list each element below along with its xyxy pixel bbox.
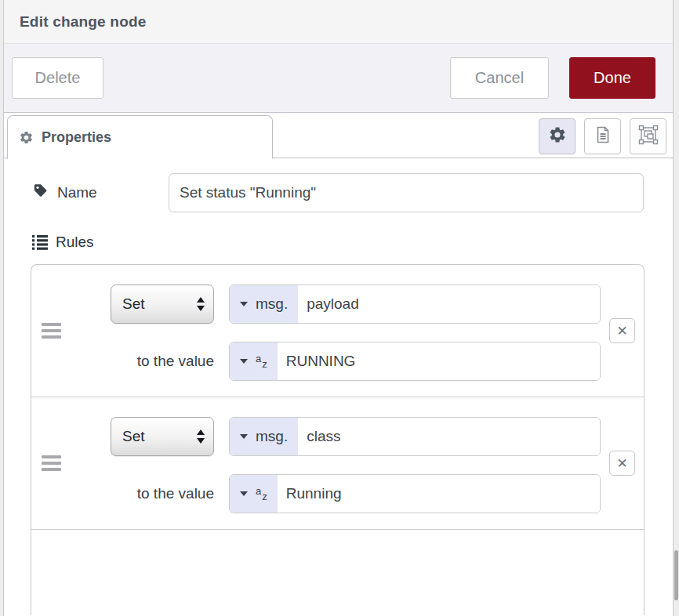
rule-item: Set msg. to the value az — [31, 265, 644, 397]
select-arrows-icon — [197, 297, 205, 311]
property-input[interactable] — [298, 418, 600, 455]
editor-icon-buttons — [539, 118, 666, 154]
tag-icon — [32, 183, 49, 203]
value-typed-input: az — [229, 474, 601, 513]
list-icon — [32, 235, 48, 250]
caret-down-icon — [240, 491, 248, 496]
string-type-icon: az — [256, 357, 267, 367]
property-typed-input: msg. — [229, 284, 601, 324]
close-icon: ✕ — [616, 323, 627, 339]
scrollbar-thumb[interactable] — [674, 550, 678, 600]
rule-action-value: Set — [122, 295, 145, 313]
caret-down-icon — [240, 302, 248, 306]
property-type-button[interactable]: msg. — [230, 418, 298, 455]
value-input[interactable] — [278, 342, 600, 380]
tab-properties-label: Properties — [42, 129, 111, 146]
editor-tab-row: Properties — [4, 113, 673, 158]
string-type-icon: az — [256, 489, 267, 499]
drag-handle[interactable] — [42, 452, 61, 474]
description-tab-button[interactable] — [584, 118, 621, 154]
done-button[interactable]: Done — [569, 57, 655, 99]
name-input[interactable] — [169, 173, 644, 212]
select-arrows-icon — [197, 429, 205, 444]
properties-tab-button[interactable] — [539, 118, 576, 154]
value-type-button[interactable]: az — [230, 475, 278, 513]
property-type-button[interactable]: msg. — [230, 285, 298, 323]
name-field-row: Name — [32, 173, 644, 212]
caret-down-icon — [240, 359, 248, 364]
rule-item: Set msg. to the value az — [31, 397, 644, 530]
property-input[interactable] — [298, 285, 600, 323]
to-value-label: to the value — [111, 353, 214, 370]
drag-handle[interactable] — [42, 320, 61, 342]
document-icon — [594, 125, 612, 147]
property-typed-input: msg. — [229, 417, 601, 456]
remove-rule-button[interactable]: ✕ — [609, 318, 635, 343]
delete-button[interactable]: Delete — [12, 57, 103, 99]
rule-value-row: to the value az — [111, 342, 644, 381]
edit-node-dialog: Edit change node Delete Cancel Done Prop… — [3, 0, 674, 616]
rules-section-label: Rules — [32, 234, 644, 251]
to-value-label: to the value — [111, 485, 214, 502]
appearance-tab-button[interactable] — [630, 118, 666, 154]
rule-property-row: Set msg. — [111, 284, 644, 324]
tab-properties[interactable]: Properties — [7, 115, 273, 159]
value-type-button[interactable]: az — [230, 342, 278, 380]
appearance-icon — [638, 125, 659, 148]
property-prefix: msg. — [256, 428, 288, 445]
rules-list: Set msg. to the value az — [31, 264, 645, 615]
cancel-button[interactable]: Cancel — [450, 57, 549, 99]
name-label: Name — [32, 183, 169, 203]
rule-action-select[interactable]: Set — [111, 284, 214, 324]
name-label-text: Name — [57, 184, 97, 201]
rules-label-text: Rules — [56, 234, 94, 251]
rule-property-row: Set msg. — [111, 417, 644, 456]
caret-down-icon — [240, 434, 248, 439]
gear-icon — [19, 130, 34, 145]
dialog-toolbar: Delete Cancel Done — [4, 44, 673, 113]
gear-icon — [548, 125, 567, 147]
close-icon: ✕ — [616, 455, 627, 472]
dialog-header: Edit change node — [4, 0, 673, 44]
rule-action-select[interactable]: Set — [111, 417, 214, 456]
properties-panel: Name Rules — [4, 158, 673, 251]
rule-value-row: to the value az — [111, 474, 644, 513]
rule-action-value: Set — [122, 428, 145, 445]
value-input[interactable] — [278, 475, 600, 513]
value-typed-input: az — [229, 342, 601, 381]
remove-rule-button[interactable]: ✕ — [609, 451, 635, 476]
dialog-title: Edit change node — [20, 13, 147, 31]
property-prefix: msg. — [256, 295, 288, 313]
